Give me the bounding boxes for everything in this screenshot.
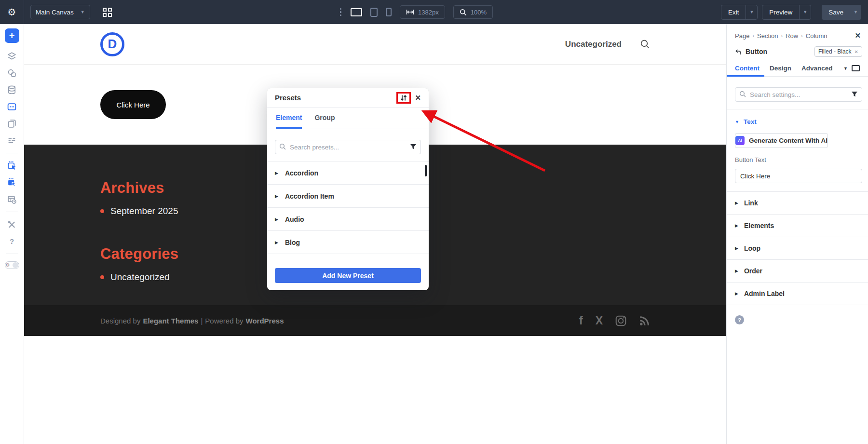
elegant-themes-link[interactable]: Elegant Themes xyxy=(143,317,198,325)
breadcrumb-row[interactable]: Row xyxy=(786,32,798,40)
button-text-input[interactable] xyxy=(735,169,862,183)
preset-badge[interactable]: Filled - Black ✕ xyxy=(814,46,862,57)
preset-item-accordion-item[interactable]: ▶ Accordion Item xyxy=(267,184,429,207)
tab-content[interactable]: Content xyxy=(735,65,760,72)
tab-element[interactable]: Element xyxy=(276,108,302,129)
tools-icon xyxy=(7,219,17,229)
caret-right-icon: ▶ xyxy=(275,240,278,245)
back-arrow-icon[interactable] xyxy=(735,49,742,55)
hero-click-here-button[interactable]: Click Here xyxy=(100,90,166,119)
settings-search xyxy=(735,87,862,102)
breadcrumb: Page› Section› Row› Column ✕ xyxy=(727,24,868,40)
categories-link[interactable]: Uncategorized xyxy=(110,272,170,283)
chevron-down-icon: ▼ xyxy=(81,10,85,14)
wordpress-link[interactable]: WordPress xyxy=(246,317,284,325)
add-module-button[interactable]: + xyxy=(5,28,19,43)
bullet-icon xyxy=(100,275,104,279)
settings-search-input[interactable] xyxy=(735,87,862,102)
settings-tabs: Content Design Advanced ▼ xyxy=(727,60,868,77)
tab-group[interactable]: Group xyxy=(314,108,335,129)
help-icon[interactable]: ? xyxy=(735,315,744,324)
more-options-button[interactable] xyxy=(340,8,342,16)
text-group-header[interactable]: ▼ Text xyxy=(735,118,862,125)
nav-menu-item[interactable]: Uncategorized xyxy=(565,40,622,49)
canvas-selector-dropdown[interactable]: Main Canvas ▼ xyxy=(30,5,90,19)
chevron-down-icon[interactable]: ▼ xyxy=(843,66,848,71)
grid-icon xyxy=(103,8,107,12)
wireframe-rows-icon xyxy=(7,135,17,146)
presets-panel-icon xyxy=(7,102,17,112)
group-order[interactable]: ▶ Order xyxy=(727,260,868,283)
zoom-level-field[interactable]: 100% xyxy=(453,5,493,19)
breadcrumb-column[interactable]: Column xyxy=(806,32,827,40)
rail-divider xyxy=(6,153,18,153)
topbar-actions: Exit ▼ Preview ▼ Save ▼ xyxy=(721,5,861,20)
presets-search-input[interactable] xyxy=(275,140,421,154)
design-library-button[interactable] xyxy=(7,68,17,79)
group-admin-label[interactable]: ▶ Admin Label xyxy=(727,283,868,305)
button-text-field-wrap xyxy=(735,169,862,183)
help-button[interactable]: ? xyxy=(7,236,17,247)
group-loop[interactable]: ▶ Loop xyxy=(727,237,868,260)
instagram-icon[interactable] xyxy=(615,315,626,326)
save-dropdown-chevron-icon[interactable]: ▼ xyxy=(850,5,861,20)
generate-content-ai-button[interactable]: AI Generate Content With AI xyxy=(735,133,828,148)
rss-icon[interactable] xyxy=(639,315,650,326)
preview-dropdown-chevron-icon[interactable]: ▼ xyxy=(799,5,811,19)
scrollbar-thumb[interactable] xyxy=(425,165,427,176)
breadcrumb-section[interactable]: Section xyxy=(757,32,778,40)
layers-grid-view-button[interactable] xyxy=(103,8,112,17)
preset-item-audio[interactable]: ▶ Audio xyxy=(267,207,429,230)
tablet-view-icon[interactable] xyxy=(370,8,378,17)
close-icon[interactable]: ✕ xyxy=(854,31,861,40)
group-link[interactable]: ▶ Link xyxy=(727,192,868,215)
caret-right-icon: ▶ xyxy=(735,223,738,228)
phone-view-icon[interactable] xyxy=(386,8,392,16)
breadcrumb-page[interactable]: Page xyxy=(735,32,749,40)
remove-preset-icon[interactable]: ✕ xyxy=(854,49,858,54)
divider xyxy=(727,109,868,109)
pages-button[interactable] xyxy=(7,119,17,129)
preset-item-blog[interactable]: ▶ Blog xyxy=(267,230,429,254)
interactions-button[interactable] xyxy=(7,161,17,171)
presets-panel-button[interactable] xyxy=(7,102,17,112)
close-icon[interactable]: ✕ xyxy=(415,94,421,102)
tab-design[interactable]: Design xyxy=(770,65,791,72)
caret-right-icon: ▶ xyxy=(275,194,278,199)
builder-left-rail: + ? xyxy=(0,24,24,444)
filter-funnel-icon[interactable] xyxy=(851,91,858,97)
search-icon[interactable] xyxy=(640,39,650,49)
caret-right-icon: ▶ xyxy=(275,171,278,175)
builder-settings-button[interactable]: ⚙ xyxy=(0,0,24,24)
interactions-active-button[interactable] xyxy=(7,177,17,188)
filter-funnel-icon[interactable] xyxy=(410,144,417,150)
exit-dropdown-chevron-icon[interactable]: ▼ xyxy=(746,5,757,19)
archives-link[interactable]: September 2025 xyxy=(110,206,178,216)
settings-toggle[interactable]: ⚙ xyxy=(5,261,19,269)
preview-button[interactable]: Preview ▼ xyxy=(762,5,811,20)
exit-button[interactable]: Exit ▼ xyxy=(721,5,758,20)
add-new-preset-button[interactable]: Add New Preset xyxy=(275,268,421,283)
tab-advanced[interactable]: Advanced xyxy=(801,65,833,72)
desktop-view-icon[interactable] xyxy=(852,65,860,71)
sort-presets-button-highlighted[interactable] xyxy=(396,92,411,104)
wireframe-view-button[interactable] xyxy=(7,135,17,146)
canvas-width-field[interactable]: 1382px xyxy=(400,5,445,19)
group-elements[interactable]: ▶ Elements xyxy=(727,215,868,237)
preset-item-accordion[interactable]: ▶ Accordion xyxy=(267,161,429,184)
history-table-button[interactable] xyxy=(7,194,17,205)
zoom-level-value: 100% xyxy=(471,9,487,16)
layers-panel-button[interactable] xyxy=(7,51,17,62)
question-mark-icon: ? xyxy=(10,237,14,245)
dynamic-data-button[interactable] xyxy=(7,85,17,95)
footer-credit: Designed by Elegant Themes | Powered by … xyxy=(100,317,284,325)
desktop-view-icon[interactable] xyxy=(351,8,362,16)
builder-tools-button[interactable] xyxy=(7,219,17,230)
cursor-interaction-icon xyxy=(7,161,17,171)
plus-icon: + xyxy=(9,30,15,41)
save-button[interactable]: Save ▼ xyxy=(822,5,861,20)
x-twitter-icon[interactable]: X xyxy=(596,314,603,327)
site-footer: Designed by Elegant Themes | Powered by … xyxy=(24,305,726,336)
site-logo[interactable]: D xyxy=(100,32,124,56)
facebook-icon[interactable]: f xyxy=(579,314,583,327)
